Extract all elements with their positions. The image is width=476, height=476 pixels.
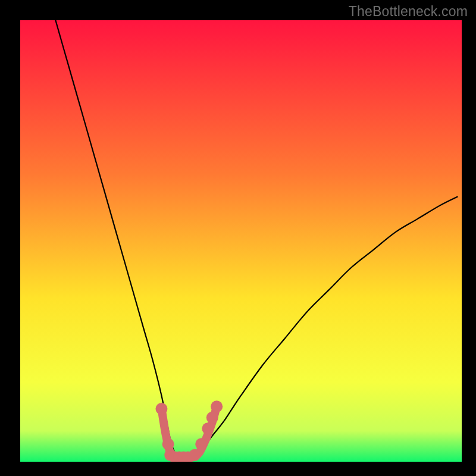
data-marker xyxy=(195,438,207,450)
data-marker xyxy=(162,438,174,450)
data-marker xyxy=(155,403,167,415)
data-marker xyxy=(206,412,218,424)
data-marker xyxy=(189,449,201,461)
watermark-text: TheBottleneck.com xyxy=(349,4,468,20)
data-marker xyxy=(211,400,223,412)
bottleneck-chart xyxy=(20,20,462,462)
chart-frame: TheBottleneck.com xyxy=(0,0,476,476)
plot-area xyxy=(20,20,462,462)
data-marker xyxy=(202,422,214,434)
